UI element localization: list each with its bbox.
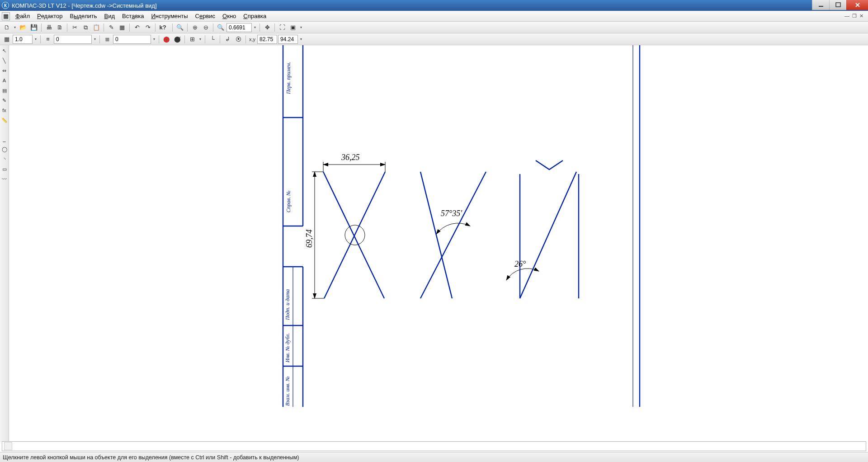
properties-button[interactable]: ✎	[106, 23, 116, 33]
zoom-window-button[interactable]: 🔍	[175, 23, 185, 33]
close-button[interactable]	[846, 0, 868, 10]
window-title: КОМПАС-3D LT V12 - [Чертеж.cdw ->Системн…	[12, 2, 812, 9]
toolbar-state: ▦ ▾ ≡ ▾ ≣ ▾ ⬤ ⬤̸ ⊞▾ └ ↲ ⦿ x,y ▾	[0, 33, 868, 45]
menu-insert[interactable]: Вставка	[118, 11, 147, 21]
grid-button[interactable]: ⊞	[187, 34, 197, 44]
tool-measure[interactable]: 📏	[1, 117, 8, 124]
status-text: Щелкните левой кнопкой мыши на объекте д…	[3, 454, 299, 461]
tool-dimension[interactable]: ⇔	[1, 67, 8, 74]
save-button[interactable]: 💾	[29, 23, 39, 33]
help-context-button[interactable]: k?	[158, 23, 168, 33]
menu-tools[interactable]: Инструменты	[148, 11, 192, 21]
coord-x-input[interactable]	[257, 35, 277, 44]
zoom-value-input[interactable]	[226, 23, 252, 32]
linestyle1-icon[interactable]: ≡	[43, 34, 53, 44]
side-label-3: Инв. № дубл.	[284, 333, 291, 363]
copy-props-button[interactable]: ▦	[117, 23, 127, 33]
tool-line[interactable]: ╲	[1, 57, 8, 64]
tool-text[interactable]: A	[1, 77, 8, 84]
figure-2: 57°35'	[420, 172, 486, 298]
mdi-restore-button[interactable]: ❐	[852, 13, 857, 19]
linestyle1-dropdown[interactable]: ▾	[93, 37, 97, 41]
redo-button[interactable]: ↷	[143, 23, 153, 33]
coord-y-input[interactable]	[278, 35, 298, 44]
cut-button[interactable]: ✂	[70, 23, 80, 33]
tool-arc[interactable]: ◝	[1, 156, 8, 163]
ortho-button[interactable]: └	[208, 34, 217, 44]
snap-magnet-button[interactable]: ⬤	[161, 34, 171, 44]
step-input[interactable]	[13, 35, 33, 44]
vertical-toolbox: ↖ ╲ ⇔ A ▤ ✎ fx 📏 ⎯ ◯ ◝ ▭ 〰	[0, 45, 9, 442]
tool-edit[interactable]: ✎	[1, 97, 8, 104]
zoom-in-button[interactable]: ⊕	[190, 23, 200, 33]
statusbar: Щелкните левой кнопкой мыши на объекте д…	[0, 452, 868, 462]
menu-window[interactable]: Окно	[219, 11, 240, 21]
menu-select[interactable]: Выделить	[66, 11, 101, 21]
tool-param[interactable]: fx	[1, 107, 8, 114]
zoom-dropdown[interactable]: ▾	[253, 25, 257, 29]
menu-edit[interactable]: Редактор	[33, 11, 66, 21]
svg-rect-1	[836, 3, 840, 7]
toolbar-standard: 🗋▾ 📂 💾 🖶 🗎 ✂ ⧉ 📋 ✎ ▦ ↶ ↷ k? 🔍 ⊕ ⊖ 🔍 ▾ ✥ …	[0, 22, 868, 33]
svg-rect-0	[819, 6, 823, 7]
round-button[interactable]: ⦿	[233, 34, 243, 44]
pan-button[interactable]: ✥	[262, 23, 272, 33]
title-block-side: Перв. примен. Справ. № Подп. и дата Инв.…	[283, 45, 303, 407]
maximize-button[interactable]	[829, 0, 846, 10]
view-dropdown[interactable]: ▾	[299, 25, 303, 29]
side-label-2: Подп. и дата	[284, 289, 291, 321]
preview-button[interactable]: 🗎	[55, 23, 65, 33]
linestyle1-input[interactable]	[54, 35, 92, 44]
zoom-out-button[interactable]: ⊖	[201, 23, 211, 33]
paste-button[interactable]: 📋	[91, 23, 101, 33]
new-button[interactable]: 🗋	[2, 23, 12, 33]
open-button[interactable]: 📂	[18, 23, 28, 33]
system-menu-icon[interactable]: ▦	[2, 12, 10, 20]
copy-button[interactable]: ⧉	[80, 23, 90, 33]
side-label-0: Перв. примен.	[285, 62, 292, 94]
command-line[interactable]	[2, 441, 866, 451]
mdi-close-button[interactable]: ✕	[859, 13, 863, 19]
layer-input[interactable]	[113, 35, 151, 44]
coord-dropdown[interactable]: ▾	[299, 37, 303, 41]
zoom-scale-button[interactable]: 🔍	[216, 23, 226, 33]
snap-step-icon[interactable]: ▦	[2, 34, 12, 44]
svg-line-14	[323, 172, 384, 298]
app-icon: К	[2, 2, 9, 9]
new-dropdown[interactable]: ▾	[13, 25, 17, 29]
tool-spline[interactable]: 〰	[1, 175, 8, 183]
figure-3: 26°	[506, 160, 579, 298]
mdi-buttons: — ❐ ✕	[844, 13, 866, 19]
svg-line-23	[420, 172, 452, 298]
mdi-minimize-button[interactable]: —	[844, 13, 849, 19]
local-cs-button[interactable]: ↲	[222, 34, 232, 44]
print-button[interactable]: 🖶	[44, 23, 54, 33]
zoom-all-button[interactable]: ▣	[288, 23, 298, 33]
menu-file[interactable]: ФФайлайл	[12, 11, 33, 21]
canvas[interactable]: Перв. примен. Справ. № Подп. и дата Инв.…	[9, 45, 868, 442]
menu-service[interactable]: Сервис	[192, 11, 219, 21]
dim-height: 69,74	[305, 230, 314, 248]
tool-rect[interactable]: ▭	[1, 165, 8, 173]
grid-dropdown[interactable]: ▾	[198, 37, 203, 41]
svg-line-24	[420, 172, 486, 298]
side-label-1: Справ. №	[285, 190, 292, 212]
undo-button[interactable]: ↶	[132, 23, 142, 33]
figure-1: 36,25 69,74	[305, 153, 385, 298]
layer-dropdown[interactable]: ▾	[152, 37, 156, 41]
snap-off-button[interactable]: ⬤̸	[172, 34, 182, 44]
drawing-canvas[interactable]: Перв. примен. Справ. № Подп. и дата Инв.…	[9, 45, 868, 443]
zoom-fit-button[interactable]: ⛶	[277, 23, 287, 33]
menu-help[interactable]: Справка	[240, 11, 270, 21]
tool-segment[interactable]: ⎯	[1, 136, 8, 143]
tool-pointer[interactable]: ↖	[1, 47, 8, 54]
layer-icon[interactable]: ≣	[102, 34, 112, 44]
minimize-button[interactable]	[812, 0, 829, 10]
tool-hatch[interactable]: ▤	[1, 87, 8, 94]
step-dropdown[interactable]: ▾	[33, 37, 38, 41]
dim-angle3: 26°	[514, 259, 526, 269]
coord-label: x,y	[248, 37, 256, 42]
svg-line-26	[520, 172, 576, 298]
tool-circle[interactable]: ◯	[1, 146, 8, 153]
menu-view[interactable]: Вид	[101, 11, 119, 21]
